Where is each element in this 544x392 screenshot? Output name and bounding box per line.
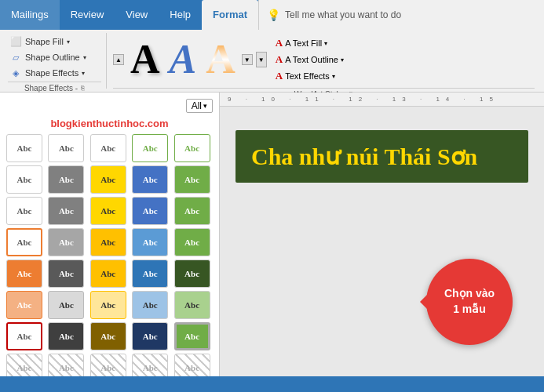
shapes-grid-row6: Abc Abc Abc Abc Abc	[6, 291, 213, 319]
status-bar	[0, 376, 544, 392]
shape-effects-icon: ◈	[9, 67, 22, 79]
wordart-expand-btn[interactable]: ▼	[256, 52, 267, 67]
shape-fill-btn[interactable]: ⬜ Shape Fill ▾	[8, 34, 101, 49]
shape-cell[interactable]: Abc	[6, 165, 42, 194]
shape-cell[interactable]: Abc	[6, 228, 42, 256]
group-expand-icon[interactable]: ⎘	[81, 85, 85, 92]
shape-cell[interactable]: Abc	[48, 134, 84, 162]
text-fill-arrow: ▾	[324, 40, 327, 47]
shape-cell[interactable]: Abc	[90, 291, 126, 319]
wordart-preview-black[interactable]: A	[127, 39, 163, 80]
shape-cell[interactable]: Abc	[132, 197, 168, 225]
all-dropdown-btn[interactable]: All ▾	[186, 99, 213, 113]
shape-cell selected[interactable]: Abc	[174, 322, 210, 350]
shape-outline-arrow: ▾	[83, 54, 86, 61]
text-effects-btn[interactable]: A Text Effects ▾	[273, 69, 346, 83]
shapes-grid-row8: Abc Abc Abc Abc Abc	[6, 354, 213, 376]
shapes-grid-row1: Abc Abc Abc Abc Abc	[6, 134, 213, 162]
watermark: blogkienthuctinhoc.com	[6, 118, 213, 129]
shape-cell[interactable]: Abc	[6, 134, 42, 162]
shape-cell[interactable]: Abc	[6, 197, 42, 225]
shape-cell[interactable]: Abc	[174, 165, 210, 194]
shape-cell[interactable]: Abc	[90, 260, 126, 288]
shape-group-label: Shape Effects - ⎘	[8, 82, 101, 93]
shape-cell[interactable]: Abc	[90, 134, 126, 162]
tell-me-bar[interactable]: 💡 Tell me what you want to do	[258, 0, 544, 30]
content-banner: Cha như núi Thái Sơn	[235, 130, 528, 183]
text-outline-btn[interactable]: A A Text Outline ▾	[273, 53, 346, 67]
text-fill-btn[interactable]: A A Text Fill ▾	[273, 36, 346, 50]
tab-help[interactable]: Help	[159, 0, 202, 30]
shape-group: ⬜ Shape Fill ▾ ▱ Shape Outline ▾ ◈ Shape…	[5, 33, 107, 89]
shape-group-content: ⬜ Shape Fill ▾ ▱ Shape Outline ▾ ◈ Shape…	[8, 33, 101, 80]
shape-effects-arrow: ▾	[82, 70, 85, 77]
shape-outline-label: Shape Outline	[25, 53, 80, 62]
shape-cell[interactable]: Abc	[174, 260, 210, 288]
tooltip-bubble: Chọn vào 1 mẫu	[426, 259, 513, 345]
tooltip-line2: 1 mẫu	[453, 302, 486, 318]
wordart-preview-blue[interactable]: A	[166, 39, 200, 80]
shape-outline-btn[interactable]: ▱ Shape Outline ▾	[8, 50, 101, 64]
shape-cell[interactable]: Abc	[90, 165, 126, 194]
shapes-grid-row2: Abc Abc Abc Abc Abc	[6, 165, 213, 194]
lightbulb-icon: 💡	[267, 9, 280, 21]
shape-cell[interactable]: Abc	[48, 291, 84, 319]
right-panel: 9 · 10 · 11 · 12 · 13 · 14 · 15 Cha như …	[220, 93, 544, 376]
all-arrow-icon: ▾	[203, 102, 207, 110]
shape-cell[interactable]: Abc	[132, 291, 168, 319]
shape-cell[interactable]: Abc	[90, 197, 126, 225]
shape-cell[interactable]: Abc	[48, 322, 84, 350]
shape-cell[interactable]: Abc	[132, 228, 168, 256]
shape-fill-arrow: ▾	[67, 38, 70, 45]
tab-view[interactable]: View	[115, 0, 159, 30]
shape-cell[interactable]: Abc	[174, 197, 210, 225]
text-fill-a-icon: A	[276, 37, 283, 49]
shape-cell[interactable]: Abc	[132, 134, 168, 162]
all-dropdown-container: All ▾	[6, 99, 213, 113]
text-effects-a-icon: A	[276, 70, 283, 82]
wordart-preview-gradient[interactable]: A	[203, 39, 239, 80]
wordart-content: ▲ A A A ▼ ▼ A A Text Fill ▾ A A Text Out…	[113, 33, 535, 86]
shapes-grid-row7: Abc Abc Abc Abc Abc	[6, 322, 213, 350]
all-label: All	[192, 100, 202, 111]
shape-cell[interactable]: Abc	[174, 134, 210, 162]
shape-cell[interactable]: Abc	[174, 228, 210, 256]
text-fill-label: A Text Fill	[285, 38, 322, 48]
shape-cell[interactable]: Abc	[174, 354, 210, 376]
text-outline-label: A Text Outline	[285, 55, 338, 64]
shape-cell[interactable]: Abc	[48, 260, 84, 288]
tab-review[interactable]: Review	[60, 0, 115, 30]
shape-cell[interactable]: Abc	[48, 165, 84, 194]
ribbon-tabs: Mailings Review View Help Format 💡 Tell …	[0, 0, 544, 30]
shape-cell[interactable]: Abc	[174, 291, 210, 319]
tab-mailings[interactable]: Mailings	[0, 0, 60, 30]
shape-cell[interactable]: Abc	[48, 354, 84, 376]
shape-cell[interactable]: Abc	[132, 322, 168, 350]
text-outline-arrow: ▾	[341, 56, 344, 64]
shape-cell[interactable]: Abc	[6, 291, 42, 319]
shape-cell[interactable]: Abc	[132, 354, 168, 376]
shape-cell[interactable]: Abc	[90, 322, 126, 350]
shape-cell[interactable]: Abc	[90, 228, 126, 256]
scroll-down-btn[interactable]: ▼	[242, 54, 253, 65]
shape-cell[interactable]: Abc	[6, 260, 42, 288]
banner-text: Cha như núi Thái Sơn	[251, 143, 513, 170]
shape-cell[interactable]: Abc	[132, 165, 168, 194]
tooltip-line1: Chọn vào	[444, 286, 495, 302]
shape-fill-icon: ⬜	[9, 35, 22, 48]
shape-cell[interactable]: Abc	[48, 228, 84, 256]
text-effects-arrow: ▾	[332, 73, 335, 80]
shapes-grid-row5: Abc Abc Abc Abc Abc	[6, 260, 213, 288]
scroll-up-btn[interactable]: ▲	[113, 54, 124, 65]
shape-cell[interactable]: Abc	[132, 260, 168, 288]
shape-effects-btn[interactable]: ◈ Shape Effects ▾	[8, 66, 101, 80]
ruler-labels: 9 · 10 · 11 · 12 · 13 · 14 · 15	[228, 96, 499, 103]
tab-format[interactable]: Format	[202, 0, 258, 30]
shape-cell[interactable]: Abc	[6, 354, 42, 376]
tell-me-text: Tell me what you want to do	[285, 9, 401, 20]
shape-cell[interactable]: Abc	[6, 322, 42, 350]
shape-cell[interactable]: Abc	[90, 354, 126, 376]
ruler: 9 · 10 · 11 · 12 · 13 · 14 · 15	[220, 93, 544, 107]
shape-fill-label: Shape Fill	[25, 37, 64, 46]
shape-cell[interactable]: Abc	[48, 197, 84, 225]
